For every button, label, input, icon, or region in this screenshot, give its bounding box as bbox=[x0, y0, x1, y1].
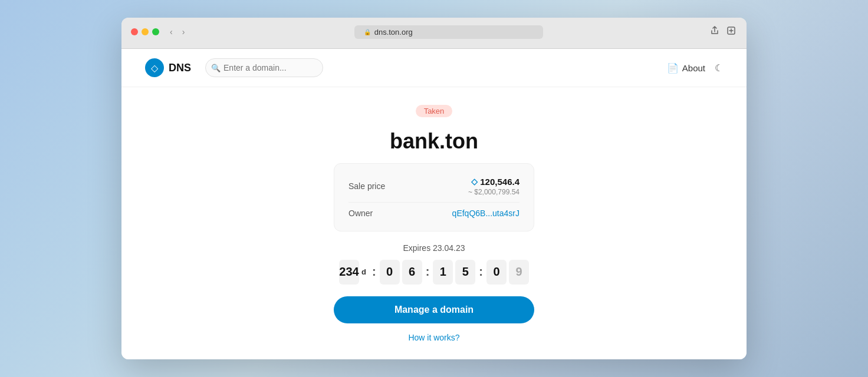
logo-icon: ◇ bbox=[145, 58, 164, 77]
price-usd: ~ $2,000,799.54 bbox=[468, 188, 520, 196]
sale-price-label: Sale price bbox=[348, 181, 385, 191]
separator-2: : bbox=[422, 265, 433, 279]
browser-window: ‹ › 🔒 dns.ton.org bbox=[121, 18, 747, 359]
separator-3: : bbox=[475, 265, 486, 279]
owner-row: Owner qEfqQ6B...uta4srJ bbox=[348, 202, 520, 224]
search-input[interactable] bbox=[205, 58, 323, 77]
search-icon: 🔍 bbox=[211, 64, 221, 72]
about-label: About bbox=[682, 63, 705, 73]
nav-buttons: ‹ › bbox=[166, 26, 188, 38]
traffic-lights bbox=[131, 28, 159, 35]
main-content: Taken bank.ton Sale price ◇ 120,546.4 ~ … bbox=[121, 87, 747, 359]
manage-domain-button[interactable]: Manage a domain bbox=[334, 296, 534, 323]
app-header: ◇ DNS 🔍 📄 About ☾ bbox=[121, 49, 747, 87]
status-badge: Taken bbox=[416, 105, 453, 117]
seconds-digit-1: 0 bbox=[486, 260, 507, 285]
browser-top-bar: ‹ › 🔒 dns.ton.org bbox=[131, 25, 737, 39]
about-link[interactable]: 📄 About bbox=[667, 62, 705, 74]
logo-diamond-icon: ◇ bbox=[151, 62, 158, 74]
price-ton: ◇ 120,546.4 bbox=[471, 177, 520, 187]
how-it-works-link[interactable]: How it works? bbox=[408, 333, 459, 342]
owner-label: Owner bbox=[348, 209, 373, 218]
address-bar-wrapper: 🔒 dns.ton.org bbox=[195, 25, 702, 39]
app-content: ◇ DNS 🔍 📄 About ☾ Taken bank.ton bbox=[121, 49, 747, 359]
traffic-light-red[interactable] bbox=[131, 28, 138, 35]
share-button[interactable] bbox=[709, 25, 721, 39]
days-digit: 234 bbox=[339, 260, 359, 285]
logo-container: ◇ DNS bbox=[145, 58, 191, 77]
seconds-item: 0 9 bbox=[486, 260, 529, 285]
back-button[interactable]: ‹ bbox=[166, 26, 176, 38]
address-bar[interactable]: 🔒 dns.ton.org bbox=[354, 25, 543, 39]
minutes-item: 1 5 bbox=[433, 260, 475, 285]
minutes-digit-2: 5 bbox=[455, 260, 475, 285]
price-value: ◇ 120,546.4 ~ $2,000,799.54 bbox=[468, 177, 520, 196]
browser-chrome: ‹ › 🔒 dns.ton.org bbox=[121, 18, 747, 49]
days-item: 234 bbox=[339, 260, 359, 285]
lock-icon: 🔒 bbox=[364, 29, 371, 35]
forward-button[interactable]: › bbox=[179, 26, 189, 38]
days-label: d bbox=[361, 267, 366, 276]
theme-toggle-button[interactable]: ☾ bbox=[715, 62, 723, 74]
logo-text: DNS bbox=[169, 62, 191, 74]
seconds-digit-2: 9 bbox=[509, 260, 529, 285]
search-input-wrapper: 🔍 bbox=[205, 58, 323, 77]
url-text: dns.ton.org bbox=[374, 28, 413, 37]
owner-address[interactable]: qEfqQ6B...uta4srJ bbox=[452, 209, 520, 218]
traffic-light-green[interactable] bbox=[152, 28, 159, 35]
hours-digit-2: 6 bbox=[402, 260, 422, 285]
header-right: 📄 About ☾ bbox=[667, 62, 723, 74]
expires-text: Expires 23.04.23 bbox=[403, 243, 465, 253]
separator-1: : bbox=[369, 265, 380, 279]
about-icon: 📄 bbox=[667, 62, 679, 74]
ton-diamond-icon: ◇ bbox=[471, 177, 478, 186]
countdown-display: 234 d : 0 6 : 1 5 : bbox=[339, 260, 529, 285]
traffic-light-yellow[interactable] bbox=[142, 28, 149, 35]
sale-price-row: Sale price ◇ 120,546.4 ~ $2,000,799.54 bbox=[348, 171, 520, 202]
toolbar-icons bbox=[709, 25, 737, 39]
new-tab-button[interactable] bbox=[725, 25, 737, 39]
browser-tabs bbox=[131, 44, 737, 48]
hours-item: 0 6 bbox=[380, 260, 422, 285]
countdown-section: Expires 23.04.23 234 d : 0 6 : bbox=[339, 243, 529, 285]
hours-digit-1: 0 bbox=[380, 260, 400, 285]
domain-name: bank.ton bbox=[390, 129, 478, 154]
minutes-digit-1: 1 bbox=[433, 260, 453, 285]
info-card: Sale price ◇ 120,546.4 ~ $2,000,799.54 O… bbox=[334, 163, 534, 232]
